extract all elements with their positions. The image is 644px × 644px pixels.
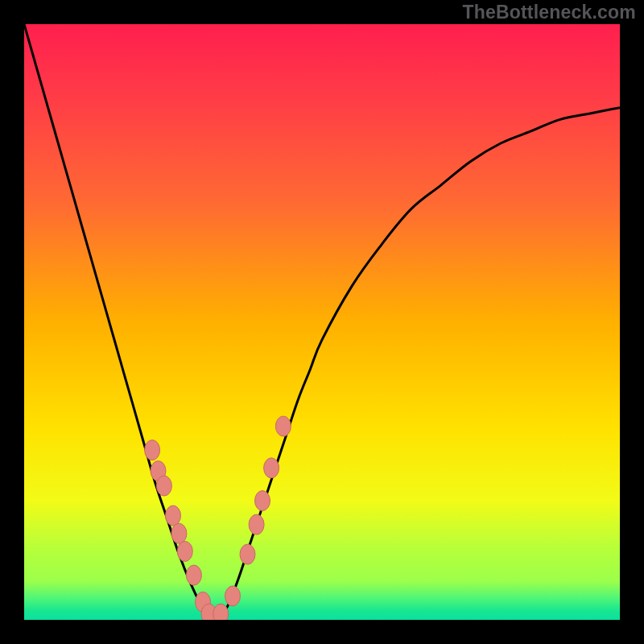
curve-marker — [145, 440, 160, 460]
curve-marker — [156, 476, 171, 496]
gradient-background — [24, 24, 620, 620]
watermark-text: TheBottleneck.com — [462, 2, 636, 23]
curve-marker — [213, 604, 229, 624]
curve-marker — [177, 541, 192, 561]
curve-marker — [255, 491, 270, 511]
curve-marker — [249, 514, 264, 535]
curve-marker — [186, 565, 201, 585]
curve-marker — [166, 506, 181, 526]
curve-marker — [171, 523, 187, 543]
curve-marker — [225, 586, 241, 606]
bottleneck-chart — [0, 0, 644, 644]
chart-frame: TheBottleneck.com — [0, 0, 644, 644]
curve-marker — [275, 416, 291, 436]
curve-marker — [264, 458, 279, 478]
curve-marker — [240, 544, 255, 564]
